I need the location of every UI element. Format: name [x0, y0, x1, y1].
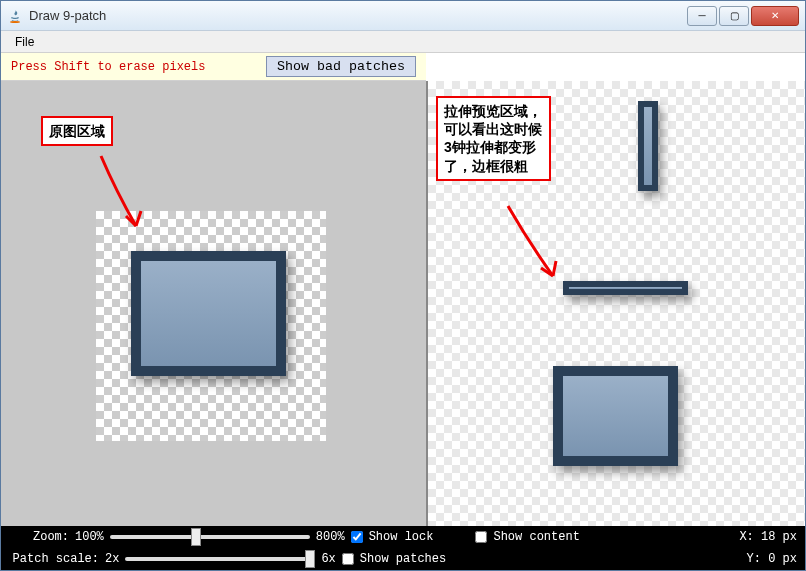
annotation-source-text: 原图区域	[49, 123, 105, 139]
annotation-source: 原图区域	[41, 116, 113, 146]
y-label: Y:	[747, 552, 761, 566]
x-label: X:	[739, 530, 753, 544]
annotation-preview: 拉伸预览区域，可以看出这时候3钟拉伸都变形了，边框很粗	[436, 96, 551, 181]
zoom-min: 100%	[75, 530, 104, 544]
source-pane[interactable]: 原图区域	[1, 81, 426, 551]
zoom-slider[interactable]	[110, 527, 310, 547]
preview-vertical-stretch	[638, 101, 658, 191]
show-patches-checkbox[interactable]	[342, 553, 354, 565]
window-controls: ─ ▢ ✕	[687, 6, 799, 26]
window-title: Draw 9-patch	[29, 8, 687, 23]
maximize-button[interactable]: ▢	[719, 6, 749, 26]
patch-scale-label: Patch scale:	[9, 552, 99, 566]
close-button[interactable]: ✕	[751, 6, 799, 26]
menu-file[interactable]: File	[7, 33, 42, 51]
source-patch-image[interactable]	[131, 251, 286, 376]
zoom-max: 800%	[316, 530, 345, 544]
arrow-left	[96, 151, 156, 241]
show-patches-label: Show patches	[360, 552, 446, 566]
titlebar[interactable]: Draw 9-patch ─ ▢ ✕	[1, 1, 805, 31]
x-value: 18 px	[761, 530, 797, 544]
show-bad-patches-button[interactable]: Show bad patches	[266, 56, 416, 77]
show-content-label: Show content	[493, 530, 579, 544]
patch-scale-min: 2x	[105, 552, 119, 566]
minimize-button[interactable]: ─	[687, 6, 717, 26]
annotation-preview-text: 拉伸预览区域，可以看出这时候3钟拉伸都变形了，边框很粗	[444, 103, 542, 174]
toolbar-hint: Press Shift to erase pixels	[11, 60, 266, 74]
patch-scale-slider[interactable]	[125, 549, 315, 569]
java-icon	[7, 8, 23, 24]
preview-pane[interactable]: 拉伸预览区域，可以看出这时候3钟拉伸都变形了，边框很粗	[426, 81, 805, 551]
y-value: 0 px	[768, 552, 797, 566]
menubar: File	[1, 31, 805, 53]
show-lock-checkbox[interactable]	[351, 531, 363, 543]
patch-scale-max: 6x	[321, 552, 335, 566]
show-lock-label: Show lock	[369, 530, 434, 544]
status-bar: Zoom: 100% 800% Show lock Show content X…	[1, 526, 805, 570]
app-window: Draw 9-patch ─ ▢ ✕ File Press Shift to e…	[0, 0, 806, 571]
preview-horizontal-stretch	[563, 281, 688, 295]
show-content-checkbox[interactable]	[475, 531, 487, 543]
svg-point-0	[10, 21, 20, 23]
toolbar: Press Shift to erase pixels Show bad pat…	[1, 53, 426, 81]
zoom-label: Zoom:	[9, 530, 69, 544]
arrow-right	[503, 201, 573, 291]
content-area: 原图区域 拉伸预览区域，可以看出这时候3钟拉伸都变形了，边框很粗	[1, 81, 805, 551]
preview-both-stretch	[553, 366, 678, 466]
